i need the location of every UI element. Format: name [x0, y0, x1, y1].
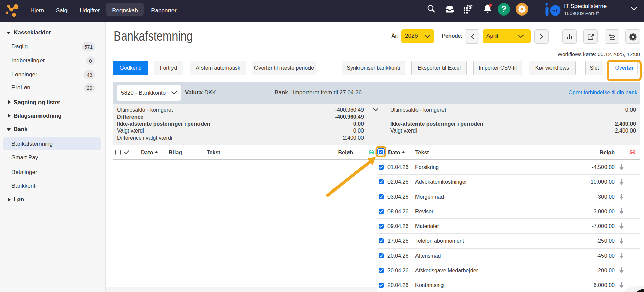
svg-text:ıt: ıt	[554, 8, 557, 13]
